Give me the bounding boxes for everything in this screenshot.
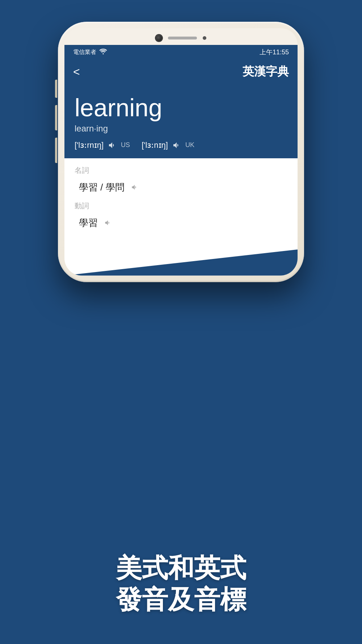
definition-noun-text: 學習 / 學問 (79, 181, 125, 194)
volume-up-button (55, 80, 57, 98)
pronunciation-row: ['lɜːrnɪŋ] US ['lɜːnɪŋ] UK (75, 139, 287, 151)
audio-us-button[interactable] (106, 139, 118, 151)
phone-body: 電信業者 上午11:55 < 英漢字典 (58, 22, 304, 282)
bottom-text-block: 美式和英式 發音及音標 (0, 552, 362, 615)
nav-bar: < 英漢字典 (64, 59, 298, 85)
phone-screen: 電信業者 上午11:55 < 英漢字典 (64, 45, 298, 276)
nav-title: 英漢字典 (80, 64, 289, 80)
volume-down-button (55, 105, 57, 130)
phone-camera (156, 35, 162, 41)
definitions-section: 名詞 學習 / 學問 動詞 學習 (64, 158, 298, 276)
word-syllable: learn·ing (75, 124, 287, 134)
carrier-label: 電信業者 (73, 49, 96, 56)
region-us-label: US (121, 141, 130, 149)
status-left: 電信業者 (73, 49, 107, 56)
phonetic-uk: ['lɜːnɪŋ] (142, 141, 168, 150)
word-title: learning (75, 94, 287, 121)
region-uk-label: UK (185, 141, 194, 149)
back-button[interactable]: < (73, 65, 80, 79)
phone-speaker (168, 37, 197, 39)
pos-noun: 名詞 (75, 166, 287, 175)
status-bar: 電信業者 上午11:55 (64, 45, 298, 59)
wifi-icon (99, 49, 107, 56)
phone-top-bar (64, 28, 298, 45)
status-time: 上午11:55 (260, 48, 289, 57)
audio-verb-button[interactable] (102, 217, 114, 229)
pos-verb: 動詞 (75, 201, 287, 211)
audio-noun-button[interactable] (129, 181, 140, 193)
phone-mockup: 電信業者 上午11:55 < 英漢字典 (58, 22, 304, 282)
bottom-title-line1: 美式和英式 (22, 552, 340, 584)
phone-sensor (203, 36, 206, 40)
word-header: learning learn·ing ['lɜːrnɪŋ] US ['lɜːnɪ… (64, 85, 298, 158)
phonetic-us: ['lɜːrnɪŋ] (75, 141, 104, 150)
definition-verb-row: 學習 (75, 214, 287, 232)
mute-button (55, 138, 57, 163)
bottom-title-line2: 發音及音標 (22, 584, 340, 615)
audio-uk-button[interactable] (171, 139, 182, 151)
definition-noun-row: 學習 / 學問 (75, 178, 287, 197)
definition-verb-text: 學習 (79, 217, 98, 229)
